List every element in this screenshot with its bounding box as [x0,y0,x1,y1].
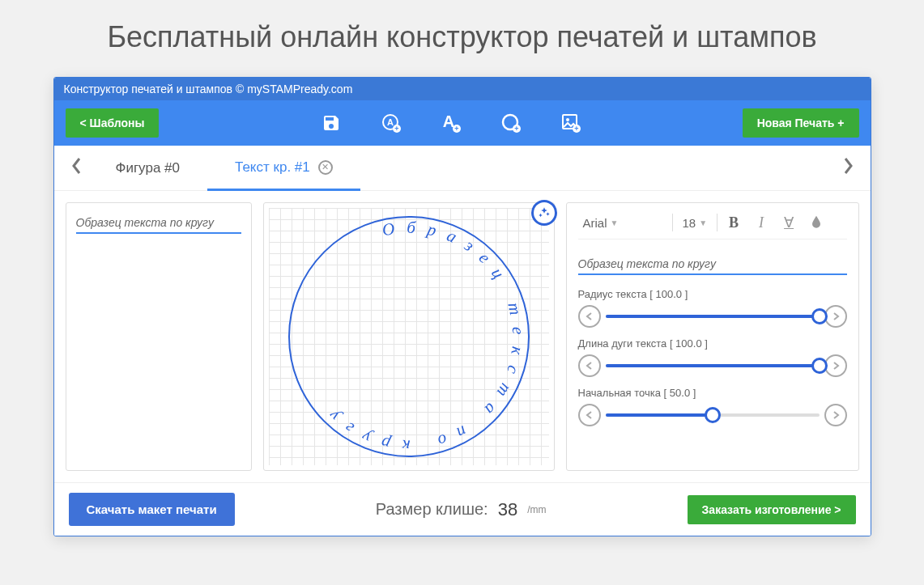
new-stamp-button[interactable]: Новая Печать + [743,108,859,138]
svg-text:A: A [387,117,394,127]
fontsize-select[interactable]: 18 ▼ [678,213,713,233]
slider-dec[interactable] [578,305,601,328]
sample-text-input-right[interactable] [578,254,847,275]
footer: Скачать макет печати Размер клише: 38 /m… [54,482,871,536]
slider-track[interactable] [606,364,820,367]
templates-button[interactable]: < Шаблоны [66,108,160,138]
app-frame: Конструктор печатей и штампов © mySTAMPr… [53,77,871,536]
download-button[interactable]: Скачать макет печати [69,493,235,526]
slider-dec[interactable] [578,404,601,426]
slider-inc[interactable] [824,404,847,426]
left-panel [66,202,252,471]
svg-point-11 [566,118,569,121]
caret-down-icon: ▼ [699,218,707,227]
slider-label: Начальная точка [ 50.0 ] [578,387,847,399]
download-label: Скачать макет печати [87,502,217,516]
slider-track[interactable] [606,413,820,417]
size-label: Размер клише: [376,500,488,519]
sample-text-input-left[interactable] [76,213,241,234]
slider-radius: Радиус текста [ 100.0 ] [578,288,847,328]
canvas-panel: Образец текста по кругу [263,202,555,471]
add-text-icon[interactable]: A+ [440,112,462,134]
save-icon[interactable] [320,112,343,134]
slider-track[interactable] [606,315,820,318]
underline-button[interactable]: ∀ [777,211,800,234]
slider-thumb[interactable] [811,308,828,324]
effects-button[interactable] [531,200,557,226]
slider-label: Радиус текста [ 100.0 ] [578,288,847,300]
slider-dec[interactable] [578,354,601,377]
order-label: Заказать изготовление > [702,503,841,516]
fontsize-value: 18 [683,216,696,230]
tabs-next[interactable] [837,155,859,180]
font-select[interactable]: Arial ▼ [578,213,667,233]
divider [672,214,673,231]
svg-text:+: + [394,125,398,133]
italic-button[interactable]: I [750,211,773,234]
templates-label: < Шаблоны [80,117,145,129]
workspace: Образец текста по кругу Arial ▼ 18 ▼ [54,191,871,482]
slider-thumb[interactable] [705,407,721,423]
add-circle-icon[interactable]: + [500,112,522,134]
tab-close-icon[interactable]: ✕ [318,160,333,175]
tabs-prev[interactable] [66,155,88,180]
tab-label: Текст кр. #1 [235,159,310,176]
divider [717,214,717,231]
titlebar: Конструктор печатей и штампов © mySTAMPr… [54,78,871,100]
slider-thumb[interactable] [811,358,828,374]
properties-panel: Arial ▼ 18 ▼ B I ∀ [566,202,859,471]
caret-down-icon: ▼ [611,218,619,227]
format-row: Arial ▼ 18 ▼ B I ∀ [578,211,847,240]
size-value: 38 [498,499,517,520]
tab-label: Фигура #0 [116,160,180,176]
tab-text-circle-1[interactable]: Текст кр. #1 ✕ [207,146,360,191]
bold-button[interactable]: B [722,211,745,234]
order-button[interactable]: Заказать изготовление > [688,495,856,524]
new-stamp-label: Новая Печать + [757,117,845,129]
size-unit: /mm [527,504,546,515]
svg-text:+: + [574,125,578,133]
svg-text:+: + [454,125,458,133]
toolbar: < Шаблоны A+ A+ + + [54,100,871,146]
page-title: Бесплатный онлайн конструктор печатей и … [0,0,924,62]
circle-text: Образец текста по кругу [316,217,527,456]
toolbar-center: A+ A+ + + [167,112,734,134]
slider-arc-length: Длина дуги текста [ 100.0 ] [578,337,847,377]
slider-inc[interactable] [824,354,847,377]
text-color-button[interactable] [805,211,828,234]
slider-label: Длина дуги текста [ 100.0 ] [578,337,847,350]
canvas[interactable]: Образец текста по кругу [269,208,549,465]
slider-start-point: Начальная точка [ 50.0 ] [578,387,847,426]
tabs-bar: Фигура #0 Текст кр. #1 ✕ [54,146,871,191]
svg-text:A: A [442,112,453,130]
add-circle-text-icon[interactable]: A+ [380,112,402,134]
tab-figure-0[interactable]: Фигура #0 [88,146,207,191]
svg-text:Образец текста по кругу: Образец текста по кругу [316,217,527,456]
slider-inc[interactable] [824,305,847,328]
svg-text:+: + [514,125,518,133]
footer-center: Размер клише: 38 /mm [235,499,688,520]
add-image-icon[interactable]: + [560,112,582,134]
font-value: Arial [583,216,607,230]
